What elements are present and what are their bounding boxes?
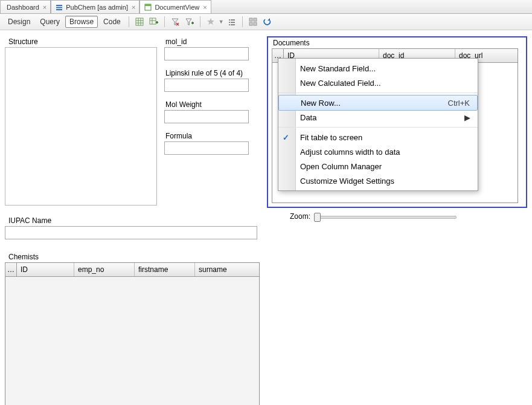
svg-rect-21 <box>229 22 230 23</box>
browse-button[interactable]: Browse <box>65 16 98 28</box>
iupac-field[interactable] <box>5 226 257 239</box>
formula-field[interactable] <box>164 141 249 155</box>
svg-rect-28 <box>254 22 257 25</box>
grid-icon[interactable] <box>133 15 146 28</box>
editor-tabbar: Dashboard × PubChem [as admin] × Documen… <box>0 0 532 14</box>
structure-panel[interactable] <box>5 47 157 206</box>
close-icon[interactable]: × <box>203 4 207 11</box>
menu-adjust-columns[interactable]: Adjust columns width to data <box>278 144 478 159</box>
zoom-slider[interactable] <box>314 212 457 221</box>
tab-label: Dashboard <box>7 4 39 11</box>
formula-label: Formula <box>165 132 258 140</box>
row-menu-button[interactable]: … <box>5 262 17 277</box>
col-id[interactable]: ID <box>17 263 74 276</box>
svg-rect-20 <box>231 19 235 21</box>
menu-new-row[interactable]: New Row...Ctrl+K <box>278 95 478 111</box>
query-button[interactable]: Query <box>36 16 64 28</box>
molweight-label: Mol Weight <box>165 100 258 109</box>
grid-plus-icon[interactable] <box>147 15 161 28</box>
svg-rect-19 <box>229 19 230 21</box>
list-icon[interactable] <box>225 15 239 28</box>
menu-customize-widget[interactable]: Customize Widget Settings <box>278 173 478 188</box>
divider <box>164 16 165 27</box>
divider <box>242 16 243 27</box>
check-icon: ✓ <box>283 133 289 142</box>
close-icon[interactable]: × <box>43 4 46 11</box>
app-root: Dashboard × PubChem [as admin] × Documen… <box>0 0 532 405</box>
divider <box>129 16 129 27</box>
menu-new-calculated-field[interactable]: New Calculated Field... <box>278 76 478 90</box>
mol-id-field[interactable] <box>164 47 249 60</box>
menu-separator <box>278 92 478 93</box>
tab-label: PubChem [as admin] <box>66 4 128 11</box>
context-menu: New Standard Field... New Calculated Fie… <box>278 58 478 191</box>
iupac-label: IUPAC Name <box>8 216 258 225</box>
col-emp-no[interactable]: emp_no <box>74 263 135 276</box>
star-icon[interactable] <box>204 15 217 28</box>
close-icon[interactable]: × <box>132 4 135 11</box>
svg-rect-2 <box>56 9 62 10</box>
lipinski-label: Lipinski rule of 5 (4 of 4) <box>165 69 258 77</box>
filter-clear-icon[interactable] <box>168 15 182 28</box>
svg-rect-10 <box>150 18 156 24</box>
svg-rect-1 <box>56 7 62 8</box>
filter-add-icon[interactable] <box>183 15 196 28</box>
structure-label: Structure <box>8 37 157 46</box>
col-surname[interactable]: surname <box>195 263 259 276</box>
lipinski-field[interactable] <box>164 79 249 92</box>
svg-rect-27 <box>249 22 252 25</box>
chemists-label: Chemists <box>8 253 258 261</box>
menu-separator <box>278 127 478 128</box>
svg-rect-25 <box>249 18 252 21</box>
tiles-icon[interactable] <box>246 15 260 28</box>
mode-toolbar: Design Query Browse Code ▼ <box>0 14 532 30</box>
col-firstname[interactable]: firstname <box>135 263 195 276</box>
tab-dashboard[interactable]: Dashboard × <box>0 0 51 13</box>
menu-new-standard-field[interactable]: New Standard Field... <box>278 61 478 76</box>
code-button[interactable]: Code <box>99 16 125 28</box>
submenu-arrow-icon: ▶ <box>464 113 470 122</box>
menu-fit-table-to-screen[interactable]: ✓Fit table to screen <box>278 130 478 144</box>
menu-open-column-manager[interactable]: Open Column Manager <box>278 159 478 173</box>
svg-rect-23 <box>229 24 230 25</box>
divider <box>200 16 200 27</box>
mol-id-label: mol_id <box>165 37 258 46</box>
tab-pubchem[interactable]: PubChem [as admin] × <box>51 0 139 13</box>
datasource-icon <box>55 3 63 11</box>
menu-data-submenu[interactable]: Data▶ <box>278 110 478 125</box>
table-body <box>5 277 259 405</box>
svg-rect-4 <box>145 4 151 6</box>
documents-label: Documents <box>273 39 522 47</box>
svg-rect-22 <box>231 22 235 23</box>
svg-rect-26 <box>254 18 257 21</box>
reload-icon[interactable] <box>261 15 274 28</box>
svg-rect-5 <box>136 18 143 25</box>
table-header: … ID emp_no firstname surname <box>5 263 259 277</box>
tab-documentview[interactable]: DocumentView × <box>139 0 211 13</box>
svg-rect-0 <box>56 5 62 6</box>
tab-label: DocumentView <box>155 4 199 11</box>
form-icon <box>144 3 152 11</box>
design-button[interactable]: Design <box>4 16 34 28</box>
molweight-field[interactable] <box>164 110 249 123</box>
zoom-label: Zoom: <box>290 212 310 221</box>
svg-rect-24 <box>231 24 235 25</box>
chemists-table[interactable]: … ID emp_no firstname surname <box>5 262 260 405</box>
